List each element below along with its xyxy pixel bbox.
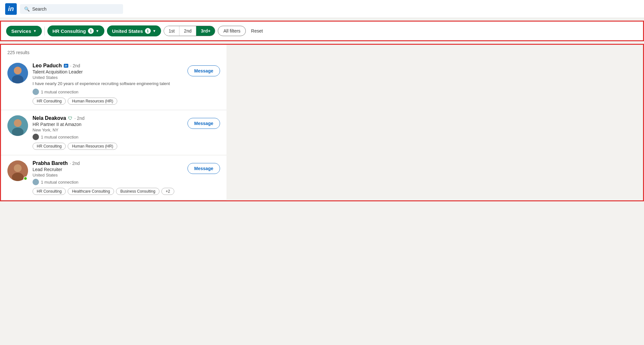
right-column [233,45,643,200]
card-actions: Message [187,115,220,129]
person-bio: I have nearly 20 years of experience rec… [33,81,183,86]
card-actions: Message [187,160,220,174]
results-count: 225 results [1,45,226,58]
search-icon: 🔍 [24,6,30,12]
tag-hr-consulting: HR Consulting [33,143,66,150]
table-row: Prabha Bareth · 2nd Lead Recruiter Unite… [1,155,226,200]
mutual-connection: 1 mutual connection [33,89,183,95]
mutual-avatar [33,179,39,185]
person-title: Talent Acquisition Leader [33,69,183,74]
tag-human-resources: Human Resources (HR) [68,98,117,105]
avatar-image-nela [7,115,28,136]
connection-degree: · 2nd [70,63,80,68]
reset-button[interactable]: Reset [248,26,265,36]
services-chevron-icon: ▼ [33,29,37,33]
online-indicator [24,177,27,180]
table-row: Leo Paduch in · 2nd Talent Acquisition L… [1,58,226,110]
person-name-row: Nela Deakova 🛡 · 2nd [33,115,183,121]
united-states-filter-button[interactable]: United States 1 ▼ [107,25,161,36]
results-list: 225 results Le [1,45,233,200]
mutual-text: 1 mutual connection [41,135,78,139]
mutual-connection: 1 mutual connection [33,179,183,185]
all-filters-button[interactable]: All filters [218,26,246,36]
avatar [7,63,28,83]
united-states-badge: 1 [145,28,151,34]
tag-business-consulting: Business Consulting [116,188,159,195]
card-actions: Message [187,63,220,76]
person-name: Prabha Bareth [33,160,68,166]
mutual-avatar [33,89,39,95]
svg-point-1 [14,67,22,74]
person-location: New York, NY [33,128,183,132]
person-name-row: Prabha Bareth · 2nd [33,160,183,166]
filter-bar: Services ▼ HR Consulting 1 ▼ United Stat… [6,25,638,36]
person-title: Lead Recruiter [33,167,183,172]
filter-bar-wrapper: Services ▼ HR Consulting 1 ▼ United Stat… [0,21,644,41]
mutual-text: 1 mutual connection [41,90,78,94]
person-location: United States [33,173,183,177]
search-input[interactable] [32,6,119,12]
svg-point-7 [14,164,22,172]
filter-divider [44,26,45,35]
person-name: Nela Deakova [33,115,66,121]
person-info-prabha: Prabha Bareth · 2nd Lead Recruiter Unite… [33,160,183,195]
message-button-leo[interactable]: Message [187,65,220,76]
services-filter-button[interactable]: Services ▼ [6,26,42,36]
degree-2nd-button[interactable]: 2nd [179,26,196,36]
tags: HR Consulting Healthcare Consulting Busi… [33,188,183,195]
verified-icon: 🛡 [68,116,72,121]
tag-hr-consulting: HR Consulting [33,188,66,195]
search-box[interactable]: 🔍 [20,4,123,14]
tag-more: +2 [161,188,174,195]
connection-degree: · 2nd [74,116,84,121]
linkedin-logo[interactable]: in [5,3,17,15]
degree-3rd-button[interactable]: 3rd+ [196,26,215,36]
person-info-leo: Leo Paduch in · 2nd Talent Acquisition L… [33,63,183,105]
mutual-connection: 1 mutual connection [33,134,183,140]
table-row: Nela Deakova 🛡 · 2nd HR Partner II at Am… [1,110,226,155]
message-button-nela[interactable]: Message [187,118,220,129]
avatar [7,115,28,136]
message-button-prabha[interactable]: Message [187,163,220,174]
person-info-nela: Nela Deakova 🛡 · 2nd HR Partner II at Am… [33,115,183,150]
linkedin-badge-icon: in [64,64,68,68]
united-states-chevron-icon: ▼ [153,29,156,33]
person-name-row: Leo Paduch in · 2nd [33,63,183,69]
degree-1st-button[interactable]: 1st [164,26,179,36]
person-name: Leo Paduch [33,63,62,69]
svg-point-4 [14,119,22,127]
person-title: HR Partner II at Amazon [33,122,183,127]
degree-filter-group: 1st 2nd 3rd+ [164,26,215,36]
tag-human-resources: Human Resources (HR) [68,143,117,150]
results-container: 225 results Le [1,45,226,200]
mutual-avatar [33,134,39,140]
hr-consulting-filter-button[interactable]: HR Consulting 1 ▼ [47,25,104,36]
mutual-text: 1 mutual connection [41,180,78,185]
avatar [7,160,28,181]
person-location: United States [33,75,183,80]
hr-consulting-chevron-icon: ▼ [96,29,99,33]
tags: HR Consulting Human Resources (HR) [33,143,183,150]
header: in 🔍 [0,0,644,18]
tag-healthcare-consulting: Healthcare Consulting [68,188,114,195]
connection-degree: · 2nd [70,161,80,166]
hr-consulting-badge: 1 [88,28,94,34]
results-wrapper: 225 results Le [0,44,644,201]
tags: HR Consulting Human Resources (HR) [33,98,183,105]
avatar-image-leo [7,63,28,83]
tag-hr-consulting: HR Consulting [33,98,66,105]
